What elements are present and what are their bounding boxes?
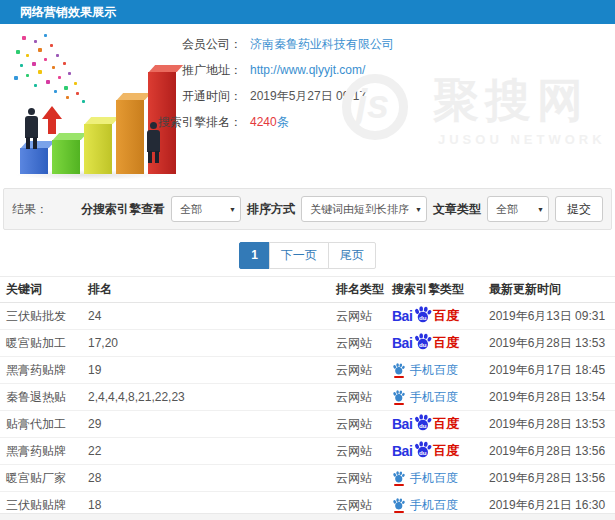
- baidu-logo-icon: Bai du 百度: [392, 441, 459, 461]
- mobile-baidu-logo-icon: 手机百度: [392, 389, 458, 406]
- company-row: 会员公司： 济南秦鲁药业科技有限公司: [150, 34, 480, 54]
- rank-link[interactable]: 2,4,4,4,8,21,22,23: [86, 384, 334, 411]
- engine-filter-select[interactable]: 全部: [171, 196, 241, 222]
- confetti-dot: [76, 92, 79, 95]
- last-page-button[interactable]: 尾页: [328, 242, 376, 269]
- rank-type-cell: 云网站: [334, 465, 390, 492]
- confetti-dot: [52, 66, 55, 69]
- page-1-button[interactable]: 1: [239, 242, 270, 269]
- member-info: 会员公司： 济南秦鲁药业科技有限公司 推广地址： http://www.qlyy…: [150, 34, 480, 138]
- rank-link[interactable]: 17,20: [86, 330, 334, 357]
- company-label: 会员公司：: [150, 36, 242, 53]
- engine-cell: Bai du 百度: [390, 303, 487, 330]
- confetti-dot: [74, 82, 77, 85]
- pagination: 1 下一页 尾页: [0, 242, 615, 269]
- engine-cell: Bai du 百度: [390, 384, 487, 411]
- updated-cell: 2019年6月28日 13:53: [487, 411, 615, 438]
- updated-cell: 2019年6月17日 18:45: [487, 357, 615, 384]
- rank-link[interactable]: 22: [86, 438, 334, 465]
- confetti-dot: [46, 80, 50, 84]
- confetti-dot: [34, 40, 37, 43]
- mobile-paw-icon: [392, 390, 405, 402]
- baidu-logo-icon: Bai du 百度: [392, 306, 459, 326]
- table-row: 贴膏代加工 29 云网站 Bai du 百度: [0, 411, 615, 438]
- updated-cell: 2019年6月28日 13:53: [487, 330, 615, 357]
- rank-type-cell: 云网站: [334, 303, 390, 330]
- engine-cell: Bai du 百度: [390, 357, 487, 384]
- confetti-dot: [32, 62, 36, 66]
- rank-type-cell: 云网站: [334, 438, 390, 465]
- rank-link[interactable]: 29: [86, 411, 334, 438]
- col-updated: 最新更新时间: [487, 277, 615, 303]
- confetti-dot: [14, 76, 18, 80]
- confetti-dot: [63, 62, 66, 65]
- rank-link[interactable]: 24: [86, 303, 334, 330]
- col-rank: 排名: [86, 277, 334, 303]
- baidu-logo-icon: Bai du 百度: [392, 333, 459, 353]
- updated-cell: 2019年6月28日 13:54: [487, 384, 615, 411]
- confetti-dot: [56, 54, 59, 57]
- updated-cell: 2019年6月28日 13:56: [487, 465, 615, 492]
- updated-cell: 2019年6月13日 09:31: [487, 303, 615, 330]
- confetti-dot: [26, 54, 29, 57]
- open-time-row: 开通时间： 2019年5月27日 09:17: [150, 86, 480, 106]
- up-arrow-stem: [48, 118, 56, 134]
- baidu-paw-icon: du: [413, 414, 432, 431]
- confetti-dot: [64, 86, 68, 90]
- rank-count-value: 4240: [250, 115, 277, 129]
- confetti-dot: [38, 70, 42, 74]
- baidu-paw-icon: du: [413, 441, 432, 458]
- table-row: 暖宫贴厂家 28 云网站 Bai du 百度: [0, 465, 615, 492]
- submit-button[interactable]: 提交: [555, 196, 603, 222]
- rank-type-cell: 云网站: [334, 384, 390, 411]
- confetti-dot: [22, 36, 26, 40]
- next-page-button[interactable]: 下一页: [269, 242, 329, 269]
- mobile-paw-icon: [392, 471, 405, 483]
- page-header: 网络营销效果展示: [0, 0, 615, 24]
- rank-type-cell: 云网站: [334, 357, 390, 384]
- confetti-dot: [38, 48, 42, 52]
- confetti-dot: [82, 100, 85, 103]
- engine-cell: Bai du 百度: [390, 330, 487, 357]
- baidu-paw-icon: du: [413, 333, 432, 350]
- rank-count-label: 搜索引擎排名：: [150, 114, 242, 131]
- rank-link[interactable]: 28: [86, 465, 334, 492]
- svg-text:du: du: [419, 341, 427, 348]
- rank-count-unit: 条: [277, 115, 289, 129]
- article-type-select[interactable]: 全部: [487, 196, 549, 222]
- mobile-paw-icon: [392, 363, 405, 375]
- page-title: 网络营销效果展示: [0, 0, 615, 24]
- filter-bar: 结果： 分搜索引擎查看 全部 排序方式 关键词由短到长排序 文章类型 全部 提交: [3, 188, 612, 230]
- baidu-paw-icon: du: [413, 306, 432, 323]
- keyword-cell: 暖宫贴加工: [0, 330, 86, 357]
- sort-label: 排序方式: [247, 201, 295, 218]
- promo-url-row: 推广地址： http://www.qlyyjt.com/: [150, 60, 480, 80]
- mobile-baidu-logo-icon: 手机百度: [392, 497, 458, 514]
- confetti-dot: [54, 90, 57, 93]
- col-keyword: 关键词: [0, 277, 86, 303]
- keyword-cell: 贴膏代加工: [0, 411, 86, 438]
- confetti-dot: [66, 96, 69, 99]
- confetti-dot: [34, 84, 37, 87]
- keyword-cell: 三伏贴批发: [0, 303, 86, 330]
- rank-type-cell: 云网站: [334, 330, 390, 357]
- engine-cell: Bai du 百度: [390, 465, 487, 492]
- col-engine-type: 搜索引擎类型: [390, 277, 487, 303]
- confetti-dot: [50, 44, 53, 47]
- engine-cell: Bai du 百度: [390, 438, 487, 465]
- mobile-baidu-logo-icon: 手机百度: [392, 362, 458, 379]
- open-time-label: 开通时间：: [150, 88, 242, 105]
- rank-link[interactable]: 19: [86, 357, 334, 384]
- table-row: 三伏贴批发 24 云网站 Bai du 百度: [0, 303, 615, 330]
- marketing-report-page: 网络营销效果展示: [0, 0, 615, 520]
- keyword-cell: 黑膏药贴牌: [0, 438, 86, 465]
- sort-select[interactable]: 关键词由短到长排序: [301, 196, 427, 222]
- confetti-dot: [26, 74, 29, 77]
- table-row: 黑膏药贴牌 22 云网站 Bai du 百度: [0, 438, 615, 465]
- promo-url-link[interactable]: http://www.qlyyjt.com/: [250, 63, 365, 77]
- rank-type-cell: 云网站: [334, 411, 390, 438]
- rank-count-row: 搜索引擎排名： 4240条: [150, 112, 480, 132]
- table-row: 暖宫贴加工 17,20 云网站 Bai du 百度: [0, 330, 615, 357]
- company-link[interactable]: 济南秦鲁药业科技有限公司: [250, 36, 394, 53]
- confetti-dot: [58, 76, 61, 79]
